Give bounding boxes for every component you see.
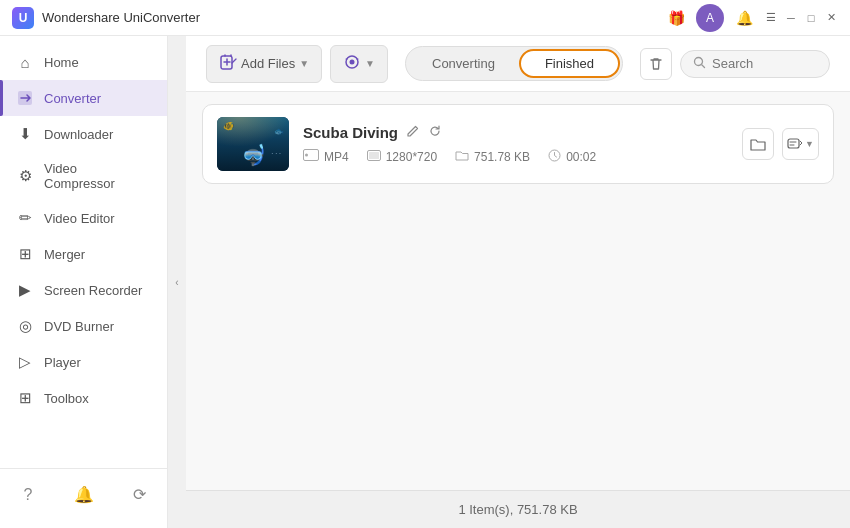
file-thumbnail: 🐠 🐟 🤿 · · ·: [217, 117, 289, 171]
sidebar-item-player[interactable]: ▷ Player: [0, 344, 167, 380]
toolbar: Add Files ▼ ▼ Converting Finished: [186, 36, 850, 92]
file-title: Scuba Diving: [303, 124, 398, 141]
resolution-box-icon: [367, 150, 381, 164]
file-actions: ▼: [742, 128, 819, 160]
more-dropdown-icon: ▼: [805, 139, 814, 149]
file-info: Scuba Diving: [303, 124, 728, 165]
open-folder-button[interactable]: [742, 128, 774, 160]
title-bar: U Wondershare UniConverter 🎁 A 🔔 ☰ ─ □ ✕: [0, 0, 850, 36]
refresh-icon[interactable]: ⟳: [111, 477, 167, 512]
file-meta-row: MP4 1280*720: [303, 149, 728, 165]
screenshot-icon: [343, 53, 361, 75]
sidebar-label-dvd-burner: DVD Burner: [44, 319, 114, 334]
toolbox-icon: ⊞: [16, 389, 34, 407]
sidebar-item-converter[interactable]: Converter: [0, 80, 167, 116]
app-logo: U: [12, 7, 34, 29]
svg-text:U: U: [19, 11, 28, 25]
file-list: 🐠 🐟 🤿 · · · Scuba Diving: [186, 92, 850, 490]
file-format: MP4: [324, 150, 349, 164]
file-title-row: Scuba Diving: [303, 124, 728, 141]
home-icon: ⌂: [16, 53, 34, 71]
sidebar-label-toolbox: Toolbox: [44, 391, 89, 406]
tab-finished[interactable]: Finished: [519, 49, 620, 78]
sidebar-item-video-compressor[interactable]: ⚙ Video Compressor: [0, 152, 167, 200]
video-editor-icon: ✏: [16, 209, 34, 227]
notification-bell-icon[interactable]: 🔔: [56, 477, 112, 512]
file-refresh-icon[interactable]: [428, 124, 442, 141]
titlebar-controls: 🎁 A 🔔 ☰ ─ □ ✕: [662, 4, 838, 32]
sidebar-label-player: Player: [44, 355, 81, 370]
sidebar-label-converter: Converter: [44, 91, 101, 106]
sidebar-label-downloader: Downloader: [44, 127, 113, 142]
app-title: Wondershare UniConverter: [42, 10, 662, 25]
sidebar-item-home[interactable]: ⌂ Home: [0, 44, 167, 80]
tab-group: Converting Finished: [405, 46, 623, 81]
search-icon: [693, 56, 706, 72]
file-size-item: 751.78 KB: [455, 149, 530, 164]
file-size: 751.78 KB: [474, 150, 530, 164]
status-text: 1 Item(s), 751.78 KB: [458, 502, 577, 517]
sidebar-label-video-editor: Video Editor: [44, 211, 115, 226]
sidebar-label-merger: Merger: [44, 247, 85, 262]
add-files-icon: [219, 53, 237, 75]
search-input[interactable]: [712, 56, 812, 71]
gift-icon[interactable]: 🎁: [662, 4, 690, 32]
converter-icon: [16, 89, 34, 107]
minimize-button[interactable]: ─: [784, 11, 798, 25]
svg-point-8: [305, 154, 308, 157]
menu-icon[interactable]: ☰: [764, 11, 778, 25]
file-resolution-item: 1280*720: [367, 150, 437, 164]
sidebar-item-video-editor[interactable]: ✏ Video Editor: [0, 200, 167, 236]
merger-icon: ⊞: [16, 245, 34, 263]
screenshot-dropdown-icon: ▼: [365, 58, 375, 69]
sidebar-label-home: Home: [44, 55, 79, 70]
content-area: Add Files ▼ ▼ Converting Finished: [186, 36, 850, 528]
sidebar-label-screen-recorder: Screen Recorder: [44, 283, 142, 298]
sidebar: ⌂ Home Converter ⬇ Downloader ⚙ Video Co…: [0, 36, 168, 528]
sidebar-collapse-button[interactable]: ‹: [168, 36, 186, 528]
tab-converting[interactable]: Converting: [408, 49, 519, 78]
sidebar-label-video-compressor: Video Compressor: [44, 161, 151, 191]
bell-icon[interactable]: 🔔: [730, 4, 758, 32]
sidebar-item-screen-recorder[interactable]: ▶ Screen Recorder: [0, 272, 167, 308]
sidebar-item-merger[interactable]: ⊞ Merger: [0, 236, 167, 272]
file-format-item: MP4: [303, 149, 349, 164]
format-box-icon: [303, 149, 319, 164]
screenshot-button[interactable]: ▼: [330, 45, 388, 83]
search-box: [680, 50, 830, 78]
tab-area: Converting Finished: [396, 46, 632, 81]
user-avatar-icon[interactable]: A: [696, 4, 724, 32]
sidebar-item-downloader[interactable]: ⬇ Downloader: [0, 116, 167, 152]
main-layout: ⌂ Home Converter ⬇ Downloader ⚙ Video Co…: [0, 36, 850, 528]
dvd-burner-icon: ◎: [16, 317, 34, 335]
maximize-button[interactable]: □: [804, 11, 818, 25]
add-files-label: Add Files: [241, 56, 295, 71]
scuba-thumb: 🐠 🐟 🤿 · · ·: [217, 117, 289, 171]
svg-rect-10: [369, 152, 379, 159]
more-options-button[interactable]: ▼: [782, 128, 819, 160]
svg-rect-12: [788, 139, 799, 148]
clock-icon: [548, 149, 561, 165]
help-icon[interactable]: ?: [0, 477, 56, 512]
add-files-dropdown-icon: ▼: [299, 58, 309, 69]
sidebar-item-dvd-burner[interactable]: ◎ DVD Burner: [0, 308, 167, 344]
file-edit-icon[interactable]: [406, 124, 420, 141]
file-duration: 00:02: [566, 150, 596, 164]
status-bar: 1 Item(s), 751.78 KB: [186, 490, 850, 528]
file-duration-item: 00:02: [548, 149, 596, 165]
player-icon: ▷: [16, 353, 34, 371]
downloader-icon: ⬇: [16, 125, 34, 143]
folder-icon: [455, 149, 469, 164]
file-card: 🐠 🐟 🤿 · · · Scuba Diving: [202, 104, 834, 184]
trash-button[interactable]: [640, 48, 672, 80]
svg-point-5: [350, 59, 355, 64]
file-resolution: 1280*720: [386, 150, 437, 164]
close-button[interactable]: ✕: [824, 11, 838, 25]
sidebar-bottom: ? 🔔 ⟳: [0, 468, 167, 520]
screen-recorder-icon: ▶: [16, 281, 34, 299]
svg-point-6: [695, 57, 703, 65]
sidebar-item-toolbox[interactable]: ⊞ Toolbox: [0, 380, 167, 416]
add-files-button[interactable]: Add Files ▼: [206, 45, 322, 83]
video-compressor-icon: ⚙: [16, 167, 34, 185]
